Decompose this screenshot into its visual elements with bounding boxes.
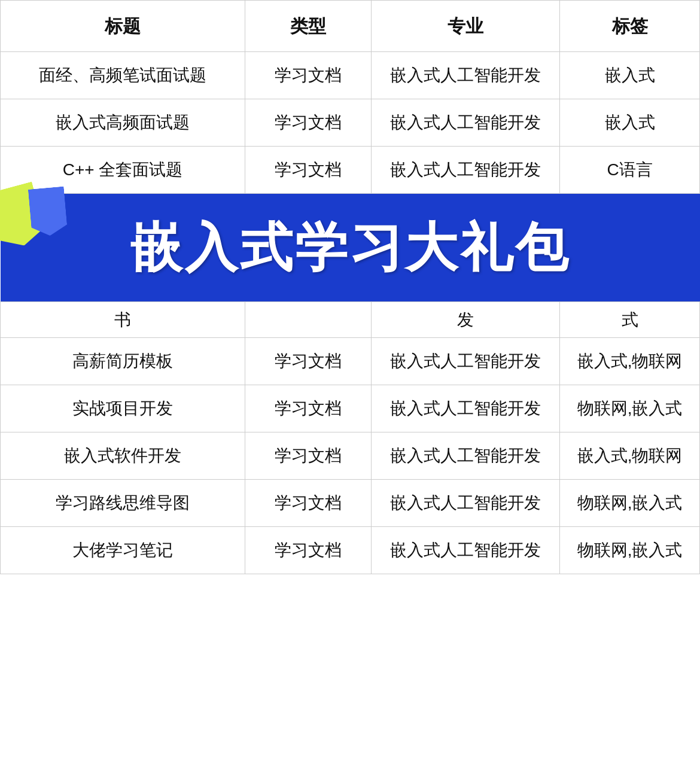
cell-title-partial: 书	[1, 302, 245, 338]
cell-title: 面经、高频笔试面试题	[1, 52, 245, 99]
cell-title: 嵌入式软件开发	[1, 432, 245, 480]
cell-major: 嵌入式人工智能开发	[371, 147, 560, 194]
banner-overlay: 嵌入式学习大礼包	[1, 194, 700, 301]
cell-tag: 嵌入式	[560, 99, 700, 147]
cell-major: 嵌入式人工智能开发	[371, 480, 560, 527]
cell-type: 学习文档	[245, 338, 371, 385]
cell-title: 实战项目开发	[1, 385, 245, 432]
cell-type-partial	[245, 302, 371, 338]
banner-row: 嵌入式学习大礼包	[1, 194, 700, 302]
cell-tag: 嵌入式,物联网	[560, 338, 700, 385]
banner-cell: 嵌入式学习大礼包	[1, 194, 700, 301]
header-major: 专业	[371, 1, 560, 52]
cell-tag: 嵌入式,物联网	[560, 432, 700, 480]
table-row: 高薪简历模板 学习文档 嵌入式人工智能开发 嵌入式,物联网	[1, 338, 700, 385]
banner-cell-container: 嵌入式学习大礼包	[1, 194, 700, 302]
banner-text: 嵌入式学习大礼包	[130, 208, 570, 287]
table-row: 大佬学习笔记 学习文档 嵌入式人工智能开发 物联网,嵌入式	[1, 527, 700, 574]
cell-tag: 物联网,嵌入式	[560, 385, 700, 432]
cell-major-partial: 发	[371, 302, 560, 338]
cell-major: 嵌入式人工智能开发	[371, 99, 560, 147]
header-title: 标题	[1, 1, 245, 52]
content-table: 标题 类型 专业 标签 面经、高频笔试面试题 学习文档 嵌入式人工智能开发 嵌入…	[0, 0, 700, 574]
cell-type: 学习文档	[245, 385, 371, 432]
table-row: 面经、高频笔试面试题 学习文档 嵌入式人工智能开发 嵌入式	[1, 52, 700, 99]
cell-tag: C语言	[560, 147, 700, 194]
cell-type: 学习文档	[245, 52, 371, 99]
table-row-partial: 书 发 式	[1, 302, 700, 338]
table-header-row: 标题 类型 专业 标签	[1, 1, 700, 52]
cell-title: C++ 全套面试题	[1, 147, 245, 194]
cell-major: 嵌入式人工智能开发	[371, 527, 560, 574]
header-type: 类型	[245, 1, 371, 52]
table-row: 嵌入式高频面试题 学习文档 嵌入式人工智能开发 嵌入式	[1, 99, 700, 147]
header-tag: 标签	[560, 1, 700, 52]
cell-major: 嵌入式人工智能开发	[371, 338, 560, 385]
cell-type: 学习文档	[245, 480, 371, 527]
cell-title: 大佬学习笔记	[1, 527, 245, 574]
cell-tag: 物联网,嵌入式	[560, 527, 700, 574]
main-table-container: 标题 类型 专业 标签 面经、高频笔试面试题 学习文档 嵌入式人工智能开发 嵌入…	[0, 0, 700, 574]
cell-title: 高薪简历模板	[1, 338, 245, 385]
table-row: 学习路线思维导图 学习文档 嵌入式人工智能开发 物联网,嵌入式	[1, 480, 700, 527]
table-row: C++ 全套面试题 学习文档 嵌入式人工智能开发 C语言	[1, 147, 700, 194]
table-row: 嵌入式软件开发 学习文档 嵌入式人工智能开发 嵌入式,物联网	[1, 432, 700, 480]
cell-type: 学习文档	[245, 147, 371, 194]
cell-type: 学习文档	[245, 99, 371, 147]
cell-type: 学习文档	[245, 432, 371, 480]
cell-tag: 物联网,嵌入式	[560, 480, 700, 527]
cell-major: 嵌入式人工智能开发	[371, 52, 560, 99]
cell-major: 嵌入式人工智能开发	[371, 432, 560, 480]
cell-title: 学习路线思维导图	[1, 480, 245, 527]
cell-tag-partial: 式	[560, 302, 700, 338]
cell-tag: 嵌入式	[560, 52, 700, 99]
table-row: 实战项目开发 学习文档 嵌入式人工智能开发 物联网,嵌入式	[1, 385, 700, 432]
cell-title: 嵌入式高频面试题	[1, 99, 245, 147]
cell-major: 嵌入式人工智能开发	[371, 385, 560, 432]
cell-type: 学习文档	[245, 527, 371, 574]
